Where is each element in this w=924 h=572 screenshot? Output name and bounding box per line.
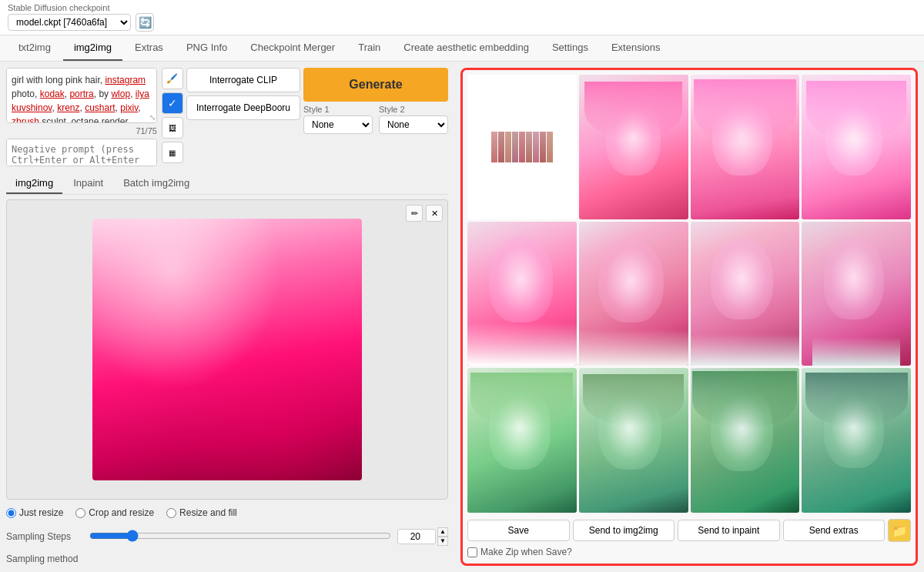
style2-label: Style 2: [379, 105, 448, 114]
canvas-image: [92, 219, 362, 480]
tab-png-info[interactable]: PNG Info: [176, 35, 238, 61]
gallery-item-filmstrip[interactable]: [467, 75, 577, 219]
interrogate-deepbooru-button[interactable]: Interrogate DeepBooru: [186, 95, 300, 120]
tab-txt2img[interactable]: txt2img: [8, 35, 62, 61]
sampling-steps-slider[interactable]: [89, 530, 391, 542]
gallery-grid: [467, 75, 911, 513]
sampling-steps-up[interactable]: ▲: [437, 527, 448, 537]
interrogate-clip-button[interactable]: Interrogate CLIP: [186, 68, 300, 92]
app-container: Stable Diffusion checkpoint model.ckpt […: [0, 0, 924, 572]
gallery-item-11[interactable]: [802, 368, 911, 513]
send-to-img2img-button[interactable]: Send to img2img: [573, 520, 675, 541]
prompt-counter: 71/75: [6, 126, 157, 135]
make-zip-checkbox[interactable]: [467, 547, 477, 557]
icon-buttons: 🖌️ ✓ 🖼 ▦: [162, 68, 183, 163]
generate-area: Generate Style 1 None Style 2: [303, 68, 448, 163]
resize-fill-option[interactable]: Resize and fill: [166, 507, 237, 518]
sampling-steps-down[interactable]: ▼: [437, 537, 448, 546]
tab-checkpoint-merger[interactable]: Checkpoint Merger: [239, 35, 346, 61]
slider-container: [89, 530, 391, 544]
just-resize-option[interactable]: Just resize: [6, 507, 63, 518]
folder-button[interactable]: 📁: [888, 519, 911, 542]
gallery-item-2[interactable]: [691, 75, 800, 219]
style1-select[interactable]: None: [303, 115, 373, 134]
sampling-steps-label: Sampling Steps: [6, 531, 83, 542]
tab-train[interactable]: Train: [347, 35, 391, 61]
gallery-item-9[interactable]: [579, 368, 688, 513]
tab-create-aesthetic-embedding[interactable]: Create aesthetic embedding: [393, 35, 540, 61]
sampling-method-label: Sampling method: [6, 552, 448, 566]
gallery-item-10[interactable]: [691, 368, 800, 513]
tab-settings[interactable]: Settings: [541, 35, 599, 61]
top-bar: Stable Diffusion checkpoint model.ckpt […: [0, 0, 924, 35]
subtab-inpaint[interactable]: Inpaint: [64, 173, 112, 194]
make-zip-label[interactable]: Make Zip when Save?: [467, 547, 572, 557]
style2-select[interactable]: None: [379, 115, 448, 134]
style-row: Style 1 None Style 2 None: [303, 105, 448, 134]
checkpoint-label: Stable Diffusion checkpoint: [8, 3, 154, 12]
send-extras-button[interactable]: Send extras: [783, 520, 886, 541]
negative-prompt[interactable]: [6, 139, 157, 166]
style1-label: Style 1: [303, 105, 373, 114]
gallery-item-5[interactable]: [579, 222, 688, 366]
resize-options: Just resize Crop and resize Resize and f…: [6, 504, 448, 521]
photo-icon-button[interactable]: 🖼: [162, 117, 183, 139]
paint-icon-button[interactable]: 🖌️: [162, 68, 183, 89]
close-canvas-button[interactable]: ✕: [426, 205, 443, 222]
sub-tabs: img2img Inpaint Batch img2img: [6, 173, 448, 195]
prompt-wrapper: girl with long pink hair, instagram phot…: [6, 68, 157, 123]
main-content: girl with long pink hair, instagram phot…: [0, 62, 924, 572]
subtab-img2img[interactable]: img2img: [6, 173, 62, 194]
generate-button[interactable]: Generate: [303, 68, 448, 102]
gallery-item-7[interactable]: [802, 222, 911, 366]
checkpoint-select[interactable]: model.ckpt [7460a6fa]: [8, 14, 131, 31]
sampling-steps-row: Sampling Steps ▲ ▼: [6, 526, 448, 547]
tab-extensions[interactable]: Extensions: [601, 35, 671, 61]
subtab-batch-img2img[interactable]: Batch img2img: [114, 173, 199, 194]
save-button[interactable]: Save: [467, 520, 570, 541]
interrogate-buttons: Interrogate CLIP Interrogate DeepBooru: [186, 68, 300, 163]
canvas-image-inner: [92, 219, 362, 480]
gallery-actions: Save Send to img2img Send to inpaint Sen…: [467, 516, 911, 542]
positive-prompt[interactable]: girl with long pink hair, instagram phot…: [6, 68, 157, 123]
canvas-area: ✏ ✕: [6, 199, 448, 500]
nav-tabs: txt2img img2img Extras PNG Info Checkpoi…: [0, 35, 924, 62]
negative-prompt-wrapper: [6, 139, 157, 169]
crop-resize-option[interactable]: Crop and resize: [75, 507, 154, 518]
gallery-item-6[interactable]: [691, 222, 800, 366]
canvas-icons: ✏ ✕: [406, 205, 443, 222]
tab-extras[interactable]: Extras: [124, 35, 174, 61]
sampling-steps-input[interactable]: [397, 529, 436, 544]
gallery-item-3[interactable]: [802, 75, 911, 219]
gallery-item-8[interactable]: [467, 368, 577, 513]
edit-canvas-button[interactable]: ✏: [406, 205, 423, 222]
left-panel: girl with long pink hair, instagram phot…: [0, 62, 454, 572]
grid-icon-button[interactable]: ▦: [162, 142, 183, 163]
refresh-button[interactable]: 🔄: [136, 13, 154, 32]
zip-row: Make Zip when Save?: [467, 545, 911, 559]
tab-img2img[interactable]: img2img: [63, 35, 122, 61]
right-panel: Save Send to img2img Send to inpaint Sen…: [454, 62, 924, 572]
prompt-resize-handle: ⤡: [149, 113, 156, 122]
gallery-container: Save Send to img2img Send to inpaint Sen…: [460, 68, 918, 566]
check-icon-button[interactable]: ✓: [162, 92, 183, 114]
gallery-item-4[interactable]: [467, 222, 577, 366]
send-to-inpaint-button[interactable]: Send to inpaint: [678, 520, 780, 541]
gallery-item-1[interactable]: [579, 75, 688, 219]
